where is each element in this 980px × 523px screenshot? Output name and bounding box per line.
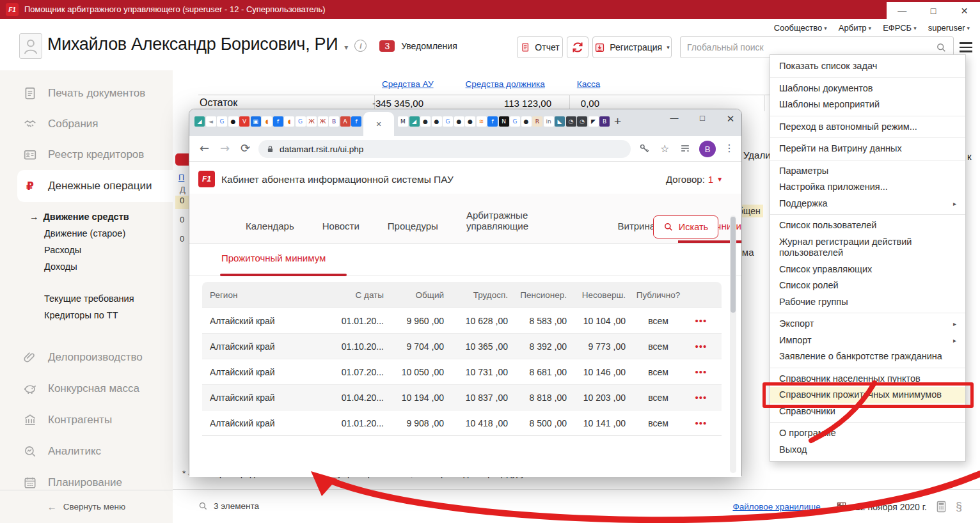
browser-menu-icon[interactable]: ⋮: [724, 142, 734, 154]
back-icon[interactable]: ←: [200, 141, 209, 155]
context-menu-item[interactable]: Список пользователей: [770, 217, 965, 234]
top-nav-link[interactable]: superuser▾: [928, 23, 970, 33]
sidebar-subitem[interactable]: Текущие требования: [0, 290, 173, 307]
site-nav-tab[interactable]: Новости: [322, 221, 360, 243]
reading-list-icon[interactable]: [679, 143, 691, 157]
browser-tab-favicon[interactable]: ◖: [284, 116, 294, 127]
site-nav-tab[interactable]: Процедуры: [388, 221, 438, 243]
close-tab-icon[interactable]: ✕: [375, 120, 381, 129]
row-actions-button[interactable]: •••: [686, 341, 716, 352]
browser-minimize-button[interactable]: —: [667, 113, 681, 125]
browser-tab-favicon[interactable]: G: [217, 116, 227, 127]
contract-selector[interactable]: Договор: 1 ▼: [666, 174, 723, 185]
avatar[interactable]: [19, 33, 42, 59]
address-bar[interactable]: datamart.rsit.ru/ui.php: [258, 140, 631, 158]
context-menu-item[interactable]: Заявление о банкротстве гражданина: [770, 348, 965, 368]
registration-button[interactable]: Регистрация ▾: [592, 36, 672, 58]
context-menu-item[interactable]: Переход в автономный режим...: [770, 119, 965, 139]
top-nav-link[interactable]: Сообщество▾: [774, 23, 827, 33]
row-actions-button[interactable]: •••: [686, 315, 716, 326]
key-icon[interactable]: [638, 143, 650, 157]
browser-tab-favicon[interactable]: ◣: [555, 116, 565, 127]
sidebar-subitem[interactable]: Кредиторы по ТТ: [0, 307, 173, 324]
context-menu-item[interactable]: Параметры: [770, 163, 965, 180]
browser-tab-favicon[interactable]: Ж: [318, 116, 328, 127]
browser-maximize-button[interactable]: □: [695, 113, 709, 125]
site-nav-tab[interactable]: Витрина: [618, 221, 656, 243]
browser-tab-favicon[interactable]: in: [544, 116, 554, 127]
context-menu-item[interactable]: Настройка приложения...: [770, 179, 965, 196]
browser-tab-favicon[interactable]: ≋: [477, 116, 487, 127]
site-nav-tab[interactable]: Календарь: [246, 221, 294, 243]
browser-tab-favicon[interactable]: G: [443, 116, 453, 127]
sidebar-item-analytics[interactable]: Аналитикс: [0, 435, 173, 467]
row-actions-button[interactable]: •••: [686, 392, 716, 403]
browser-tab-favicon[interactable]: ●: [432, 116, 442, 127]
page-scrollbar[interactable]: [730, 215, 736, 473]
report-button[interactable]: Отчет: [517, 36, 563, 58]
sidebar-subitem[interactable]: Движение (старое): [0, 225, 173, 242]
sidebar-subitem[interactable]: Расходы: [0, 242, 173, 258]
notifications-label[interactable]: Уведомления: [401, 41, 457, 51]
table-row[interactable]: Алтайский край 01.01.20... 9 960 ,00 10 …: [202, 308, 722, 333]
browser-tab-favicon[interactable]: ◢: [194, 116, 205, 127]
context-menu-item[interactable]: Шаблоны мероприятий: [770, 97, 965, 116]
browser-tab-favicon[interactable]: G: [510, 116, 520, 127]
browser-tab-favicon[interactable]: ◔: [566, 116, 576, 127]
minimize-button[interactable]: —: [892, 6, 912, 16]
browser-tab-favicon[interactable]: f: [351, 116, 361, 127]
table-row[interactable]: Алтайский край 01.10.20... 9 704 ,00 10 …: [202, 333, 722, 359]
context-menu-item[interactable]: Выход: [770, 442, 965, 458]
browser-profile-avatar[interactable]: B: [699, 141, 716, 157]
sidebar-item-paperwork[interactable]: Делопроизводство: [0, 341, 173, 373]
close-button[interactable]: ✕: [955, 6, 974, 16]
funds-column-link[interactable]: Средства АУ: [382, 79, 434, 89]
context-menu-item[interactable]: Поддержка ▸: [770, 196, 965, 215]
browser-tab-favicon[interactable]: ◤: [589, 116, 599, 127]
context-menu-item[interactable]: Список ролей: [770, 277, 965, 294]
context-menu-item[interactable]: Импорт ▸: [770, 332, 965, 349]
context-menu-item[interactable]: Шаблоны документов: [770, 81, 965, 97]
browser-tab-favicon[interactable]: R: [532, 116, 542, 127]
row-actions-button[interactable]: •••: [686, 418, 716, 428]
funds-column-link[interactable]: Средства должника: [466, 79, 545, 89]
scrollbar-thumb[interactable]: [731, 217, 736, 313]
context-menu-item[interactable]: Справочник населенных пунктов: [770, 371, 965, 387]
browser-tab-favicon[interactable]: ◔: [577, 116, 587, 127]
forward-icon[interactable]: →: [220, 141, 230, 155]
reload-icon[interactable]: ⟳: [241, 141, 250, 155]
sidebar-subitem[interactable]: Доходы: [0, 258, 173, 275]
browser-tab-favicon[interactable]: ◄: [206, 116, 216, 127]
context-menu-item[interactable]: Справочники: [770, 403, 965, 423]
row-actions-button[interactable]: •••: [686, 366, 716, 377]
browser-tab-favicon[interactable]: ◢: [409, 116, 420, 127]
sidebar-item-print-documents[interactable]: Печать документов: [0, 78, 173, 109]
browser-tab-favicon[interactable]: ◖: [262, 116, 272, 127]
context-menu-item[interactable]: Рабочие группы: [770, 294, 965, 314]
context-menu-item[interactable]: Экспорт ▸: [770, 316, 965, 332]
browser-tab-favicon[interactable]: ●: [420, 116, 431, 127]
browser-tab-favicon[interactable]: ●: [228, 116, 239, 127]
browser-tab-favicon[interactable]: Ж: [306, 116, 317, 127]
browser-tab-favicon[interactable]: ●: [454, 116, 464, 127]
context-menu-item[interactable]: Перейти на Витрину данных: [770, 141, 965, 160]
search-button[interactable]: Искать: [653, 215, 718, 238]
funds-column-link[interactable]: Касса: [577, 79, 600, 89]
user-name[interactable]: Михайлов Александр Борисович, РИ: [47, 35, 338, 54]
top-nav-link[interactable]: ЕФРСБ▾: [883, 23, 917, 33]
table-row[interactable]: Алтайский край 01.07.20... 10 050 ,00 10…: [202, 359, 722, 384]
browser-tab-favicon[interactable]: G: [296, 116, 306, 127]
top-nav-link[interactable]: Арбитр▾: [839, 23, 871, 33]
browser-tab-favicon[interactable]: f: [487, 116, 498, 127]
browser-tab-favicon[interactable]: A: [340, 116, 351, 127]
sidebar-subitem[interactable]: →Движение средств: [0, 208, 173, 225]
calculator-icon[interactable]: [936, 501, 947, 513]
context-menu-item[interactable]: Показать список задач: [770, 58, 965, 78]
browser-active-tab[interactable]: ✕: [363, 112, 394, 136]
sidebar-item-creditors-registry[interactable]: Реестр кредиторов: [0, 139, 173, 170]
browser-tab-favicon[interactable]: B: [329, 116, 339, 127]
browser-tab-favicon[interactable]: M: [398, 116, 408, 127]
info-icon[interactable]: i: [354, 40, 367, 52]
context-menu-item[interactable]: О программе: [770, 425, 965, 442]
collapse-menu-button[interactable]: ← Свернуть меню: [0, 490, 173, 523]
